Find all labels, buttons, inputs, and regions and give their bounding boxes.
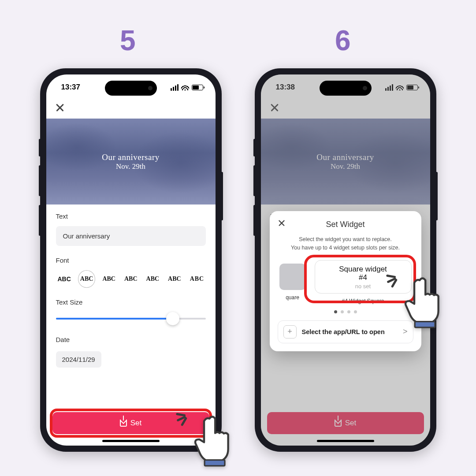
widget-thumb[interactable] (279, 264, 306, 290)
font-option[interactable]: ABC (166, 272, 183, 286)
set-button-label: Set (130, 419, 142, 428)
font-option[interactable]: ABC (145, 272, 161, 286)
font-option[interactable]: ABC (100, 272, 117, 286)
preview-line1: Our anniversary (102, 152, 159, 162)
download-icon (120, 420, 127, 427)
plus-icon: + (283, 325, 297, 338)
step-number-5: 5 (120, 24, 136, 57)
font-option[interactable]: ABC (56, 272, 73, 286)
widget-thumb-label: quare (279, 294, 306, 301)
dynamic-island (320, 81, 372, 96)
preview-line2: Nov. 29th (116, 162, 145, 171)
font-option-selected[interactable]: ABC (78, 270, 96, 288)
phone-step-5: 13:37 Our anniversary Nov. 29th Text Our… (40, 68, 222, 452)
textsize-slider[interactable] (56, 312, 206, 325)
modal-subtitle: Select the widget you want to replace.Yo… (278, 235, 413, 252)
textsize-label: Text Size (56, 298, 206, 306)
status-time: 13:37 (61, 83, 80, 92)
widget-slot-card[interactable]: Square widget#4 no set (315, 260, 412, 294)
widget-preview: Our anniversary Nov. 29th (46, 119, 216, 205)
close-icon[interactable] (55, 103, 65, 112)
text-label: Text (56, 212, 206, 220)
page-dots[interactable] (278, 310, 413, 313)
text-input[interactable]: Our anniversary (56, 226, 206, 246)
font-option[interactable]: ABC (188, 272, 206, 286)
battery-icon (192, 85, 203, 90)
font-label: Font (56, 257, 206, 264)
step-number-6: 6 (335, 24, 351, 57)
svg-rect-0 (205, 460, 225, 466)
home-indicator (317, 440, 374, 442)
set-widget-modal: Set Widget Select the widget you want to… (270, 211, 421, 351)
home-indicator (102, 440, 160, 442)
set-button[interactable]: Set (52, 412, 209, 434)
wifi-icon (181, 84, 189, 90)
font-picker[interactable]: ABC ABC ABC ABC ABC ABC ABC ABC (56, 270, 206, 288)
modal-close-icon[interactable] (278, 219, 286, 227)
select-app-row[interactable]: + Select the app/URL to open > (278, 320, 413, 343)
dynamic-island (105, 81, 157, 96)
font-option[interactable]: ABC (123, 272, 139, 286)
date-label: Date (56, 336, 206, 343)
signal-icon (171, 84, 178, 91)
modal-title: Set Widget (278, 220, 413, 229)
widget-slot-label: #4 Widget Square (315, 298, 412, 304)
phone-step-6: 13:38 Our anniversary Nov. 29th Text Our… (255, 68, 436, 452)
date-field[interactable]: 2024/11/29 (56, 351, 101, 368)
chevron-right-icon: > (403, 327, 408, 336)
